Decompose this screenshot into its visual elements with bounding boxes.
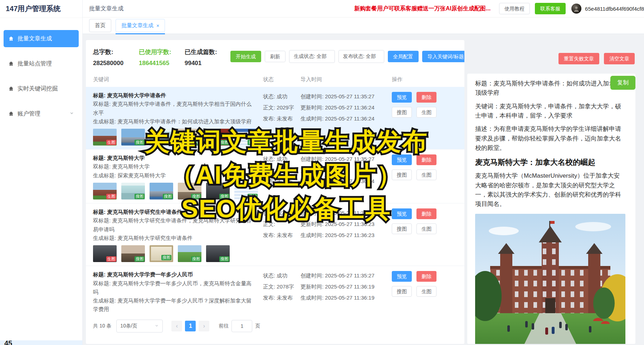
clear-articles-button[interactable]: 清空文章 <box>604 53 635 64</box>
thumbnail-badge: 搜图 <box>161 255 171 260</box>
article-thumbnail[interactable]: 搜图 <box>150 245 173 262</box>
words-value: 2078字 <box>277 284 294 290</box>
sidebar-item-account[interactable]: 账户管理 <box>4 105 79 122</box>
delete-button[interactable]: 删除 <box>416 271 436 282</box>
sidebar-collapse-bar[interactable] <box>0 340 82 345</box>
reset-failed-button[interactable]: 重置失败文章 <box>558 53 599 64</box>
tab-batch-article[interactable]: 批量文章生成 × <box>116 19 165 32</box>
goto-page: 前往 页 <box>219 320 260 332</box>
next-page-icon[interactable]: › <box>199 321 209 331</box>
thumbnail-badge: 生图 <box>106 140 116 145</box>
article-thumbnail[interactable]: 搜图 <box>206 183 230 199</box>
generate-image-button[interactable]: 生图 <box>416 223 436 234</box>
gen-title-label: 生成标题: <box>93 297 116 304</box>
prev-page-icon[interactable]: ‹ <box>171 321 182 331</box>
page-number[interactable]: 1 <box>185 321 196 331</box>
stat-label: 总字数: <box>93 48 130 56</box>
article-thumbnail[interactable]: 搜图 <box>150 183 173 199</box>
gen-title-label: 生成标题: <box>93 118 116 124</box>
thumbnail-badge: 搜图 <box>191 140 201 145</box>
delete-button[interactable]: 删除 <box>416 154 436 165</box>
tab-bar: 首页 批量文章生成 × <box>83 18 644 34</box>
words-label: 正文: <box>263 221 275 227</box>
article-thumbnail[interactable]: 搜图 <box>178 245 201 262</box>
generate-image-button[interactable]: 生图 <box>416 169 436 180</box>
tutorial-button[interactable]: 使用教程 <box>499 3 530 14</box>
sidebar-item-batch-article[interactable]: 批量文章生成 <box>4 30 79 47</box>
time-cell: 创建时间: 2025-05-27 11:35:27 更新时间: 2025-05-… <box>301 208 392 262</box>
preview-button[interactable]: 预览 <box>392 154 412 165</box>
article-thumbnail[interactable]: 生图 <box>93 129 117 146</box>
announcement-link[interactable]: 新购套餐用户可联系客服赠送一万张AI原创生成配图... <box>354 5 491 13</box>
contact-support-button[interactable]: 联系客服 <box>535 3 566 14</box>
generate-status-select[interactable]: 生成状态: 全部 <box>289 50 335 63</box>
avatar[interactable] <box>571 4 581 14</box>
article-thumbnail[interactable]: 生图 <box>93 183 117 199</box>
time-cell: 创建时间: 2025-05-27 11:35:27 更新时间: 2025-05-… <box>301 91 392 146</box>
column-status: 状态 <box>263 76 301 83</box>
sidebar-item-batch-site[interactable]: 批量站点管理 <box>4 55 79 72</box>
keyword-cell: 标题: 麦克马斯特大学学费一年多少人民币 双标题: 麦克马斯特大学学费一年多少人… <box>93 270 263 314</box>
table-row[interactable]: 标题: 麦克马斯特大学学费一年多少人民币 双标题: 麦克马斯特大学学费一年多少人… <box>86 266 464 314</box>
preview-button[interactable]: 预览 <box>392 208 412 219</box>
column-actions: 操作 <box>392 76 457 83</box>
start-generate-button[interactable]: 开始生成 <box>230 51 261 62</box>
preview-button[interactable]: 预览 <box>392 271 412 282</box>
thumbnail-badge: 搜图 <box>135 194 145 199</box>
search-image-button[interactable]: 搜图 <box>392 169 412 180</box>
copy-button[interactable]: 复制 <box>610 76 635 90</box>
article-thumbnail[interactable]: 搜图 <box>121 183 145 199</box>
close-icon[interactable]: × <box>156 23 159 29</box>
double-title-label: 双标题: <box>93 280 111 286</box>
generated-line: 生成时间: 2025-05-27 11:36:24 <box>301 113 392 124</box>
article-thumbnail[interactable]: 搜图 <box>178 183 201 199</box>
article-thumbnail[interactable]: 搜图 <box>206 245 230 262</box>
actions-cell: 预览 删除 搜图 生图 <box>392 154 457 199</box>
article-thumbnail[interactable]: 搜图 <box>178 129 201 146</box>
tab-home[interactable]: 首页 <box>89 19 111 32</box>
page-size-select[interactable]: 10条/页 <box>116 320 163 332</box>
search-image-button[interactable]: 搜图 <box>392 286 412 297</box>
global-config-button[interactable]: 全局配置 <box>388 51 419 62</box>
article-thumbnail[interactable]: 搜图 <box>121 245 145 262</box>
column-import-time: 导入时间 <box>301 76 392 83</box>
table-row[interactable]: 标题: 麦克马斯特大学研究生申请条件 双标题: 麦克马斯特大学研究生申请条件，麦… <box>86 203 464 266</box>
thumbnail-badge: 搜图 <box>191 256 201 262</box>
publish-line: 发布: 未发布 <box>263 113 301 124</box>
article-thumbnail[interactable]: 搜图 <box>121 129 145 146</box>
delete-button[interactable]: 删除 <box>416 92 436 103</box>
table-row[interactable]: 标题: 麦克马斯特大学 双标题: 麦克马斯特大学 生成标题: 探索麦克马斯特大学… <box>86 149 464 203</box>
updated-value: 2025-05-27 11:36:19 <box>325 284 374 290</box>
article-thumbnail[interactable]: 生图 <box>93 245 117 262</box>
search-image-button[interactable]: 搜图 <box>392 107 412 118</box>
corner-text-fragment: 45 <box>4 339 12 345</box>
generate-image-button[interactable]: 生图 <box>416 286 436 297</box>
sidebar-item-keyword-mining[interactable]: 实时关键词挖掘 <box>4 80 79 97</box>
article-thumbnail[interactable]: 搜图 <box>150 129 173 146</box>
article-generated-title: 生成标题: 麦克马斯特大学申请条件：如何成功进入加拿大顶级学府 <box>93 117 263 126</box>
table-row[interactable]: 标题: 麦克马斯特大学申请条件 双标题: 麦克马斯特大学申请条件，麦克马斯特大学… <box>86 87 464 149</box>
article-thumbnail[interactable]: 搜图 <box>234 183 258 199</box>
created-value: 2025-05-27 11:35:27 <box>325 210 374 216</box>
created-line: 创建时间: 2025-05-27 11:35:27 <box>301 208 392 219</box>
status-line: 状态: 成功 <box>263 208 301 219</box>
import-keywords-button[interactable]: 导入关键词/标题 <box>422 51 464 62</box>
gen-title-value: 麦克马斯特大学研究生申请条件 <box>117 235 192 241</box>
toolbar-buttons: 开始生成 刷新 生成状态: 全部 发布状态: 全部 全局配置 导入关键词/标题 … <box>230 50 464 63</box>
thumbnail-badge: 搜图 <box>248 194 258 199</box>
danger-actions: 重置失败文章 清空文章 <box>558 53 635 64</box>
gen-time-value: 2025-05-27 11:36:24 <box>325 115 374 122</box>
preview-button[interactable]: 预览 <box>392 92 412 103</box>
article-thumbnail[interactable]: 搜图 <box>206 129 230 146</box>
gen-time-value: 2025-05-27 11:36:19 <box>325 295 374 301</box>
goto-page-input[interactable] <box>231 320 252 332</box>
search-image-button[interactable]: 搜图 <box>392 223 412 234</box>
publish-status-select[interactable]: 发布状态: 全部 <box>338 50 384 63</box>
page-size-value: 10条/页 <box>120 323 137 329</box>
generated-line: 生成时间: 2025-05-27 11:36:19 <box>301 292 392 304</box>
article-generated-title: 生成标题: 麦克马斯特大学研究生申请条件 <box>93 234 263 242</box>
refresh-button[interactable]: 刷新 <box>265 51 286 62</box>
article-thumbnail[interactable]: 搜图 <box>234 129 258 146</box>
generate-image-button[interactable]: 生图 <box>416 107 436 118</box>
delete-button[interactable]: 删除 <box>416 208 436 219</box>
